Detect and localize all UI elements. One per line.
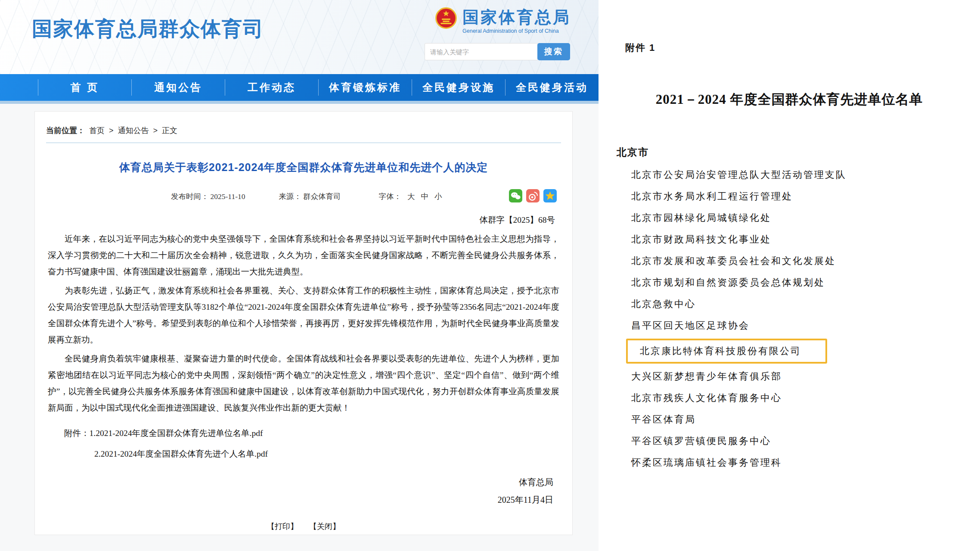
source: 来源： 群众体育司 — [279, 191, 341, 202]
breadcrumb-home[interactable]: 首页 — [89, 125, 105, 136]
unit-item-highlighted: 北京康比特体育科技股份有限公司 — [599, 336, 980, 366]
attachment-label: 附件 1 — [625, 41, 655, 54]
unit-list: 北京市公安局治安管理总队大型活动管理支队 北京市水务局水利工程运行管理处 北京市… — [599, 164, 980, 473]
publish-date-label: 发布时间： — [171, 191, 209, 202]
nav-item-fitness-activities[interactable]: 全民健身活动 — [506, 81, 599, 94]
qzone-icon[interactable] — [543, 189, 557, 202]
nav-item-exercise-standards[interactable]: 体育锻炼标准 — [319, 81, 412, 94]
unit-item: 大兴区新梦想青少年体育俱乐部 — [599, 366, 980, 387]
article-card: 当前位置： 首页 > 通知公告 > 正文 体育总局关于表彰2021-2024年度… — [34, 111, 573, 535]
unit-item: 北京市发展和改革委员会社会和文化发展处 — [599, 250, 980, 272]
logo-text-block: 国家体育总局 General Administration of Sport o… — [462, 7, 571, 34]
section-beijing: 北京市 — [617, 146, 649, 159]
nav-item-work-news[interactable]: 工作动态 — [225, 81, 318, 94]
unit-item: 北京市水务局水利工程运行管理处 — [599, 186, 980, 207]
wechat-icon[interactable] — [509, 189, 522, 202]
nav-item-fitness-facilities[interactable]: 全民健身设施 — [412, 81, 505, 94]
font-size-large[interactable]: 大 — [407, 191, 415, 202]
paragraph: 为表彰先进，弘扬正气，激发体育系统和社会各界重视、关心、支持群众体育工作的积极性… — [48, 283, 559, 348]
meta-fields: 发布时间： 2025-11-10 来源： 群众体育司 字体： 大 中 小 — [35, 189, 572, 204]
breadcrumb-notices[interactable]: 通知公告 — [118, 125, 149, 136]
signature-org: 体育总局 — [35, 476, 553, 488]
sport-bureau-website: 国家体育总局群众体育司 国家体育总局 General Administratio… — [0, 0, 599, 551]
page-body: 当前位置： 首页 > 通知公告 > 正文 体育总局关于表彰2021-2024年度… — [0, 104, 599, 551]
search-input[interactable] — [425, 43, 538, 60]
search-bar: 搜索 — [425, 43, 570, 60]
breadcrumb-current: 正文 — [162, 125, 177, 136]
unit-item: 北京市公安局治安管理总队大型活动管理支队 — [599, 164, 980, 186]
paragraph: 全民健身肩负着筑牢健康根基、凝聚奋进力量的时代使命。全国体育战线和社会各界要以受… — [48, 351, 559, 416]
paragraph: 近年来，在以习近平同志为核心的党中央坚强领导下，全国体育系统和社会各界坚持以习近… — [48, 231, 559, 280]
font-size-small[interactable]: 小 — [434, 191, 442, 202]
signature-date: 2025年11月4日 — [35, 494, 553, 506]
unit-item: 北京市残疾人文化体育服务中心 — [599, 387, 980, 409]
breadcrumb-separator: > — [153, 126, 158, 135]
attachment-title: 2021－2024 年度全国群众体育先进单位名单 — [599, 90, 980, 109]
search-button[interactable]: 搜索 — [537, 43, 570, 60]
logo-name: 国家体育总局 — [462, 8, 571, 27]
source-label: 来源： — [279, 191, 302, 202]
unit-item: 平谷区体育局 — [599, 409, 980, 430]
site-title: 国家体育总局群众体育司 — [32, 16, 264, 43]
breadcrumb: 当前位置： 首页 > 通知公告 > 正文 — [46, 125, 561, 143]
close-button[interactable]: 【关闭】 — [309, 521, 340, 532]
font-size-medium[interactable]: 中 — [421, 191, 429, 202]
publish-date: 发布时间： 2025-11-10 — [171, 191, 245, 202]
attachment-row: 附件：1.2021-2024年度全国群众体育先进单位名单.pdf — [48, 423, 559, 444]
attachment-row: 2.2021-2024年度全国群众体育先进个人名单.pdf — [48, 444, 559, 464]
article-title: 体育总局关于表彰2021-2024年度全国群众体育先进单位和先进个人的决定 — [35, 160, 572, 174]
highlighted-unit-name: 北京康比特体育科技股份有限公司 — [640, 346, 801, 356]
attachments-label: 附件： — [64, 429, 90, 438]
document-number: 体群字【2025】68号 — [35, 214, 555, 226]
attachments: 附件：1.2021-2024年度全国群众体育先进单位名单.pdf 2.2021-… — [48, 423, 559, 464]
source-value: 群众体育司 — [303, 191, 341, 202]
attachment-link-units-pdf[interactable]: 1.2021-2024年度全国群众体育先进单位名单.pdf — [90, 429, 263, 438]
logo-subtitle: General Administration of Sport of China — [462, 28, 571, 34]
main-nav: 首 页 通知公告 工作动态 体育锻炼标准 全民健身设施 全民健身活动 — [0, 74, 599, 104]
site-logo: 国家体育总局 General Administration of Sport o… — [435, 7, 571, 34]
unit-item: 怀柔区琉璃庙镇社会事务管理科 — [599, 452, 980, 473]
attachment-document: 附件 1 2021－2024 年度全国群众体育先进单位名单 北京市 北京市公安局… — [599, 0, 980, 551]
highlight-box: 北京康比特体育科技股份有限公司 — [626, 339, 827, 364]
breadcrumb-label: 当前位置： — [46, 125, 85, 136]
article-meta: 发布时间： 2025-11-10 来源： 群众体育司 字体： 大 中 小 — [35, 189, 572, 204]
publish-date-value: 2025-11-10 — [211, 192, 245, 201]
screenshot-root: 国家体育总局群众体育司 国家体育总局 General Administratio… — [0, 0, 980, 551]
unit-item: 昌平区回天地区足球协会 — [599, 315, 980, 336]
unit-item: 北京市园林绿化局城镇绿化处 — [599, 207, 980, 229]
unit-item: 北京市财政局科技文化事业处 — [599, 229, 980, 250]
breadcrumb-separator: > — [109, 126, 114, 135]
weibo-icon[interactable] — [526, 189, 540, 202]
unit-item: 平谷区镇罗营镇便民服务中心 — [599, 430, 980, 452]
nav-item-home[interactable]: 首 页 — [38, 81, 131, 94]
unit-item: 北京急救中心 — [599, 293, 980, 315]
article-footer: 【打印】 【关闭】 — [35, 521, 572, 532]
print-button[interactable]: 【打印】 — [267, 521, 298, 532]
attachment-link-individuals-pdf[interactable]: 2.2021-2024年度全国群众体育先进个人名单.pdf — [94, 449, 268, 458]
china-national-emblem-icon — [435, 7, 457, 31]
site-header: 国家体育总局群众体育司 国家体育总局 General Administratio… — [0, 0, 599, 74]
share-buttons — [509, 189, 557, 202]
font-size-switcher: 字体： 大 中 小 — [375, 191, 442, 202]
font-size-label: 字体： — [379, 191, 402, 202]
nav-item-notices[interactable]: 通知公告 — [132, 81, 225, 94]
unit-item: 北京市规划和自然资源委员会总体规划处 — [599, 272, 980, 293]
article-body: 近年来，在以习近平同志为核心的党中央坚强领导下，全国体育系统和社会各界坚持以习近… — [48, 231, 559, 416]
